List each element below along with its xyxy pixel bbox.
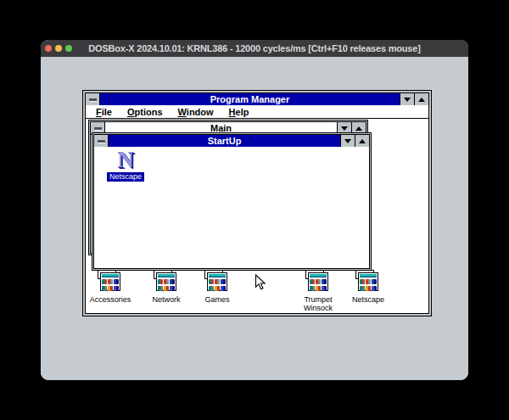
dosbox-window: DOSBox-X 2024.10.01: KRNL386 - 12000 cyc… — [41, 40, 468, 380]
group-label: Netscape — [352, 295, 384, 304]
group-label: Accessories — [90, 295, 131, 304]
startup-group-window: StartUp N Netscape — [92, 132, 372, 271]
maximize-icon — [355, 126, 362, 131]
menu-help[interactable]: Help — [221, 107, 257, 117]
control-menu-icon — [98, 140, 105, 143]
group-label: Games — [204, 295, 229, 304]
program-item-netscape[interactable]: N Netscape — [101, 148, 150, 182]
group-icon-games[interactable]: Games — [190, 272, 244, 304]
program-group-icon — [206, 272, 228, 292]
menu-bar: File Options Window Help — [86, 105, 428, 119]
close-button[interactable] — [45, 45, 52, 52]
minimize-button[interactable] — [55, 45, 62, 52]
maximize-icon — [359, 139, 366, 143]
dosbox-window-title: DOSBox-X 2024.10.01: KRNL386 - 12000 cyc… — [41, 40, 468, 57]
mouse-cursor-arrow-icon — [255, 274, 266, 291]
group-label: Trumpet Winsock — [291, 295, 345, 312]
control-menu-button[interactable] — [86, 93, 100, 105]
control-menu-button[interactable] — [94, 135, 109, 147]
maximize-button[interactable] — [414, 93, 428, 105]
program-group-icon — [357, 272, 379, 292]
program-manager-window: Program Manager File Options Window Help — [82, 90, 432, 316]
group-icon-accessories[interactable]: Accessories — [86, 272, 137, 304]
netscape-n-icon: N — [117, 148, 134, 171]
group-label: Network — [152, 295, 180, 304]
dosbox-titlebar[interactable]: DOSBox-X 2024.10.01: KRNL386 - 12000 cyc… — [41, 40, 468, 57]
traffic-lights — [45, 45, 72, 52]
program-item-label: Netscape — [107, 172, 144, 182]
minimize-icon — [404, 98, 411, 102]
maximize-icon — [418, 98, 425, 102]
windows-desktop: Program Manager File Options Window Help — [41, 57, 468, 380]
minimize-button[interactable] — [400, 93, 414, 105]
menu-options[interactable]: Options — [120, 107, 171, 117]
program-group-icon — [307, 272, 329, 292]
window-title: Program Manager — [100, 93, 400, 105]
program-group-icon — [99, 272, 121, 292]
menu-file[interactable]: File — [88, 107, 120, 117]
window-title: StartUp — [109, 135, 340, 147]
group-icon-netscape[interactable]: Netscape — [341, 272, 395, 304]
group-icon-network[interactable]: Network — [139, 272, 193, 304]
group-icon-trumpet-winsock[interactable]: Trumpet Winsock — [291, 272, 345, 312]
program-manager-titlebar[interactable]: Program Manager — [86, 93, 428, 105]
minimize-icon — [344, 139, 351, 143]
program-manager-client-area: Main StartUp — [86, 119, 428, 313]
startup-titlebar[interactable]: StartUp — [94, 135, 369, 147]
minimize-icon — [341, 126, 348, 131]
control-menu-icon — [89, 98, 97, 101]
minimize-button[interactable] — [340, 135, 355, 147]
menu-window[interactable]: Window — [171, 107, 221, 117]
maximize-button[interactable] — [355, 135, 369, 147]
control-menu-icon — [94, 127, 102, 130]
startup-client-area: N Netscape — [94, 147, 369, 268]
program-group-icon — [155, 272, 177, 292]
zoom-button[interactable] — [65, 45, 72, 52]
